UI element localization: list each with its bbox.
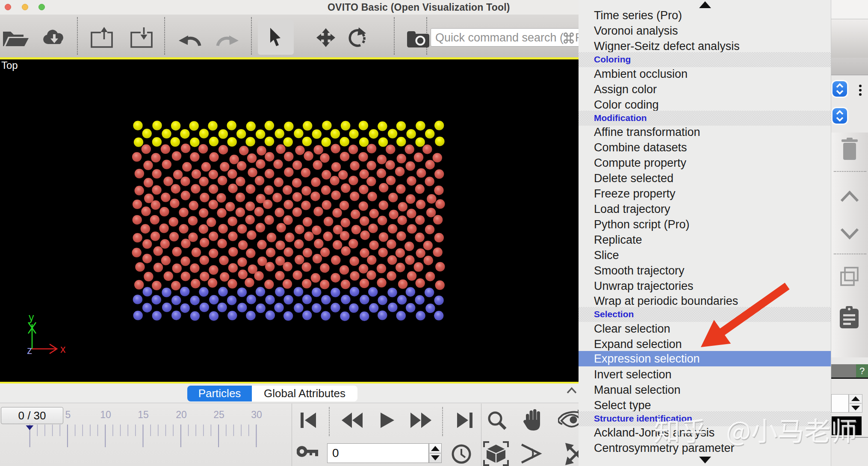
svg-text:y: y <box>29 314 34 323</box>
svg-text:x: x <box>60 343 66 355</box>
svg-text:z: z <box>27 344 32 356</box>
